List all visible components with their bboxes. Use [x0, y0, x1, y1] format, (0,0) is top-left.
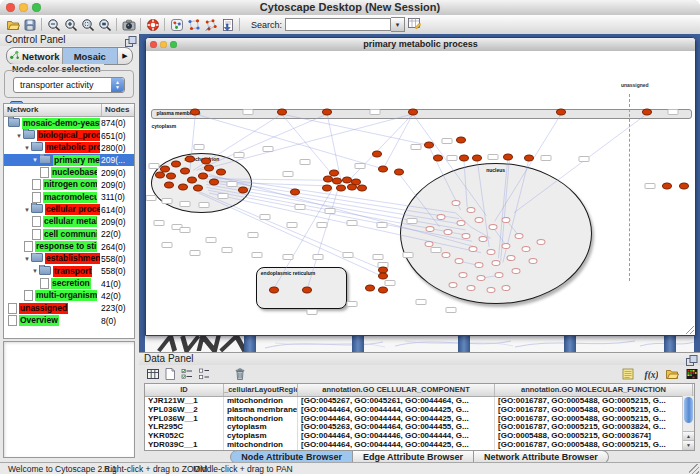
network-node-small[interactable] — [451, 200, 460, 206]
network-node[interactable] — [290, 189, 300, 196]
network-tree-row[interactable]: ▼primary metabo209(... — [4, 154, 134, 166]
network-node[interactable] — [322, 184, 332, 191]
network-tree-row[interactable]: ▼transport558(0) — [4, 265, 134, 277]
expander-icon[interactable]: ▼ — [24, 207, 31, 213]
select-attributes-icon[interactable] — [178, 366, 196, 382]
search-combobox[interactable]: ▾ — [285, 18, 405, 31]
network-node-small[interactable] — [468, 246, 477, 252]
network-node-small[interactable] — [454, 258, 463, 264]
table-scrollbar[interactable]: ▲ ▼ — [682, 396, 694, 450]
network-node[interactable] — [329, 170, 339, 177]
network-node-small[interactable] — [521, 246, 530, 252]
snapshot-icon[interactable] — [120, 17, 137, 33]
network-node-small[interactable] — [537, 239, 546, 245]
attribute-browser-icon[interactable] — [405, 15, 422, 31]
table-column-header[interactable]: _cellularLayoutRegion — [224, 384, 298, 396]
network-node-small[interactable] — [529, 258, 538, 264]
search-dropdown-button[interactable]: ▾ — [391, 17, 405, 32]
scrollbar-thumb[interactable] — [684, 397, 693, 423]
window-resize-grip[interactable] — [689, 464, 699, 474]
tab-mosaic[interactable]: Mosaic — [63, 48, 119, 64]
network-node-small[interactable] — [488, 224, 497, 230]
zoom-fit-icon[interactable] — [96, 17, 113, 33]
expander-icon[interactable]: ▼ — [16, 133, 23, 139]
zoom-selected-icon[interactable] — [79, 17, 96, 33]
network-node[interactable] — [503, 153, 513, 160]
frame-minimize-button[interactable] — [160, 41, 167, 48]
search-input[interactable] — [285, 18, 391, 31]
network-tree-row[interactable]: ▼metabolic process280(0) — [4, 142, 134, 154]
network-node-small[interactable] — [426, 226, 435, 232]
network-node[interactable] — [524, 154, 534, 161]
network-node-small[interactable] — [474, 262, 483, 268]
table-column-header[interactable]: annotation.GO MOLECULAR_FUNCTION — [495, 384, 693, 396]
network-node-small[interactable] — [502, 285, 511, 291]
network-node[interactable] — [198, 172, 208, 179]
network-node[interactable] — [433, 154, 443, 161]
open-folder-icon[interactable] — [663, 366, 681, 382]
table-row[interactable]: YPL036W__2plasma membrane[GO:0044464, GO… — [145, 406, 694, 415]
frame-close-button[interactable] — [150, 41, 157, 48]
network-node[interactable] — [180, 168, 190, 175]
table-row[interactable]: YJR121W__1mitochondrion[GO:0045267, GO:0… — [145, 397, 694, 406]
help-icon[interactable] — [144, 17, 161, 33]
network-node-small[interactable] — [514, 233, 523, 239]
float-panel-icon[interactable] — [685, 354, 697, 365]
network-tree-row[interactable]: ▼cellular process614(0) — [4, 203, 134, 215]
network-node[interactable] — [277, 109, 287, 116]
network-node-small[interactable] — [441, 252, 450, 258]
save-icon[interactable] — [21, 17, 38, 33]
table-row[interactable]: YDR039C__1mitochondrion[GO:0044464, GO:0… — [145, 441, 694, 450]
network-tree-row[interactable]: secretion41(0) — [4, 277, 134, 289]
birds-eye-view[interactable] — [3, 341, 135, 458]
network-node[interactable] — [302, 286, 312, 293]
network-tree-row[interactable]: ▼establishment of lo558(0) — [4, 253, 134, 265]
network-node-small[interactable] — [491, 260, 500, 266]
network-node[interactable] — [190, 109, 200, 116]
delete-attribute-icon[interactable] — [231, 366, 249, 382]
network-tree-row[interactable]: ▼biological_process651(0) — [4, 129, 134, 141]
network-node-small[interactable] — [502, 243, 511, 249]
network-node-small[interactable] — [461, 233, 470, 239]
node-color-select[interactable]: transporter activity ▲▼ — [13, 77, 125, 93]
network-tree-row[interactable]: cellular metabo209(0) — [4, 216, 134, 228]
network-node[interactable] — [679, 182, 689, 189]
network-tree-row[interactable]: cell communicat22(0) — [4, 228, 134, 240]
network-node[interactable] — [378, 166, 388, 173]
network-tree-row[interactable]: Overview8(0) — [4, 315, 134, 327]
network-annotation-icon[interactable] — [185, 17, 202, 33]
network-node-small[interactable] — [424, 241, 433, 247]
network-node[interactable] — [408, 109, 418, 116]
network-tree-row[interactable]: macromolecule311(0) — [4, 191, 134, 203]
network-node-small[interactable] — [476, 275, 485, 281]
network-node[interactable] — [201, 157, 211, 164]
network-tree-row[interactable]: response to stimulu264(0) — [4, 240, 134, 252]
network-node[interactable] — [424, 142, 434, 149]
network-node[interactable] — [155, 172, 165, 179]
network-node[interactable] — [185, 155, 195, 162]
table-row[interactable]: YKR052Ccytoplasm[GO:0044464, GO:0044446,… — [145, 432, 694, 441]
close-button[interactable] — [6, 3, 15, 12]
network-node-small[interactable] — [467, 285, 476, 291]
network-node[interactable] — [456, 137, 466, 144]
expander-icon[interactable]: ▼ — [24, 145, 31, 151]
table-column-header[interactable]: annotation.GO CELLULAR_COMPONENT — [298, 384, 495, 396]
network-node-small[interactable] — [458, 272, 467, 278]
network-node[interactable] — [556, 109, 566, 116]
notes-icon[interactable] — [619, 366, 637, 382]
network-node-small[interactable] — [444, 229, 453, 235]
network-node-small[interactable] — [456, 220, 465, 226]
network-tree-row[interactable]: nitrogen compo209(0) — [4, 179, 134, 191]
table-row[interactable]: YPL036W__1mitochondrion[GO:0044464, GO:0… — [145, 415, 694, 424]
network-node[interactable] — [372, 150, 382, 157]
heatmap-icon[interactable] — [683, 366, 700, 382]
network-node[interactable] — [378, 272, 388, 279]
network-tree-row[interactable]: unassigned223(0) — [4, 302, 134, 314]
network-node[interactable] — [394, 169, 404, 176]
network-node[interactable] — [322, 109, 332, 116]
new-attribute-icon[interactable] — [161, 366, 179, 382]
network-node[interactable] — [171, 161, 181, 168]
network-node[interactable] — [209, 178, 219, 185]
network-node-small[interactable] — [436, 214, 445, 220]
zoom-out-icon[interactable] — [45, 17, 62, 33]
